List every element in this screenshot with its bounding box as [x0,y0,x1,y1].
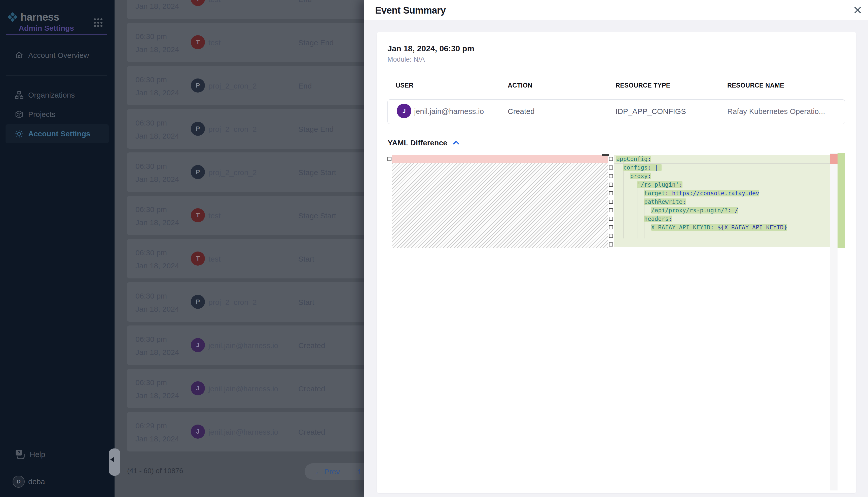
col-header-action: ACTION [508,82,533,89]
audit-time: 06:30 pm [135,378,167,387]
audit-user-avatar: P [191,165,205,179]
yaml-code: appConfig:configs: |-proxy:'/rs-plugin':… [616,155,787,232]
sidebar-item-account-overview[interactable]: Account Overview [5,46,109,65]
sidebar-item-organizations[interactable]: Organizations [5,86,109,105]
audit-date: Jan 18, 2024 [135,305,179,313]
help-chat-icon: ? [15,449,26,460]
pagination-range: (41 - 60) of 10876 [127,467,183,475]
event-resource-name: Rafay Kubernetes Operatio... [727,107,825,116]
diff-gutter-box [609,242,613,246]
audit-user-name: test [208,212,221,220]
brand-wordmark: harness [20,11,59,23]
audit-user-avatar: T [191,0,205,6]
gear-icon [15,129,24,138]
diff-splitter[interactable] [603,153,603,491]
svg-text:?: ? [18,451,20,455]
col-header-user: USER [396,82,414,89]
audit-time: 06:30 pm [135,292,167,300]
diff-gutter-box [609,234,613,238]
event-datetime: Jan 18, 2024, 06:30 pm [387,44,474,53]
chevron-up-icon [453,140,459,145]
audit-time: 06:30 pm [135,32,167,41]
audit-user-avatar: J [191,338,205,352]
diff-removed-line [392,155,608,163]
diff-gutter-box [609,183,613,187]
page-number-button[interactable]: 1 [357,468,362,476]
audit-date: Jan 18, 2024 [135,261,179,270]
audit-date: Jan 18, 2024 [135,88,179,97]
diff-gutter-box [609,208,613,212]
modal-title: Event Summary [375,5,446,16]
event-module: Module: N/A [387,56,425,63]
audit-user-avatar: P [191,122,205,136]
audit-action: Start [298,255,314,263]
diff-gutter-box [609,200,613,204]
sidebar-item-label: Projects [28,110,55,119]
modal-header: Event Summary [364,0,868,20]
audit-user-name: test [208,255,221,263]
audit-action: Created [298,428,325,436]
sidebar: harness Admin Settings Account OverviewO… [0,0,114,497]
diff-gutter-box [609,174,613,178]
audit-user-name: proj_2_cron_2 [208,168,257,177]
sidebar-item-help[interactable]: ? Help [15,449,45,460]
diff-ruler-added-mark [838,153,845,248]
audit-user-avatar: T [191,252,205,266]
diff-gutter-box [609,217,613,221]
audit-action: Stage Start [298,212,336,220]
module-label: Admin Settings [19,24,74,32]
sidebar-collapse-handle[interactable] [109,449,120,475]
audit-time: 06:30 pm [135,335,167,344]
audit-action: Created [298,341,325,350]
diff-gutter-box [609,157,613,161]
audit-action: End [298,0,312,4]
audit-user-avatar: P [191,295,205,309]
harness-admin-screen: 06:30 pmJan 18, 2024TtestEnd06:30 pmJan … [0,0,868,497]
audit-action: Stage End [298,125,333,133]
diff-empty-region [392,163,608,248]
audit-user-name: jenil.jain@harness.io [208,428,278,436]
user-avatar: D [13,475,25,488]
sidebar-item-projects[interactable]: Projects [5,105,109,124]
col-header-resource-name: RESOURCE NAME [727,82,784,89]
sidebar-user[interactable]: D deba [13,475,45,488]
audit-date: Jan 18, 2024 [135,45,179,54]
app-grid-icon[interactable] [93,18,103,28]
audit-user-name: jenil.jain@harness.io [208,385,278,393]
event-user: jenil.jain@harness.io [414,107,484,116]
audit-date: Jan 18, 2024 [135,435,179,443]
diff-splitter-handle[interactable] [602,154,609,156]
audit-date: Jan 18, 2024 [135,392,179,400]
yaml-difference-toggle[interactable]: YAML Difference [388,139,459,147]
audit-user-name: proj_2_cron_2 [208,298,257,307]
audit-date: Jan 18, 2024 [135,218,179,227]
close-icon[interactable] [854,6,862,14]
diff-gutter-box [609,191,613,195]
audit-user-avatar: J [191,381,205,395]
audit-action: Start [298,298,314,307]
audit-date: Jan 18, 2024 [135,132,179,140]
audit-user-avatar: T [191,208,205,222]
audit-user-name: test [208,0,221,4]
event-user-avatar: J [397,104,411,118]
help-label: Help [30,450,45,459]
audit-action: Stage Start [298,168,336,177]
sidebar-divider [6,75,107,76]
home-icon [15,51,24,60]
diff-scrollbar[interactable] [830,153,838,491]
audit-user-name: proj_2_cron_2 [208,125,257,133]
event-summary-card: Jan 18, 2024, 06:30 pm Module: N/A USER … [376,32,856,493]
diff-gutter-box [387,157,391,161]
event-action: Created [508,107,535,116]
event-resource-type: IDP_APP_CONFIGS [616,107,686,116]
sidebar-item-label: Account Settings [28,129,91,138]
audit-time: 06:30 pm [135,75,167,84]
prev-page-button[interactable]: ← Prev [315,468,340,476]
audit-date: Jan 18, 2024 [135,175,179,184]
audit-action: Stage End [298,39,333,47]
audit-date: Jan 18, 2024 [135,348,179,357]
audit-time: 06:30 pm [135,248,167,257]
diff-ruler-removed-mark [830,154,838,164]
sidebar-item-account-settings[interactable]: Account Settings [5,124,109,143]
sidebar-item-label: Organizations [28,91,75,99]
